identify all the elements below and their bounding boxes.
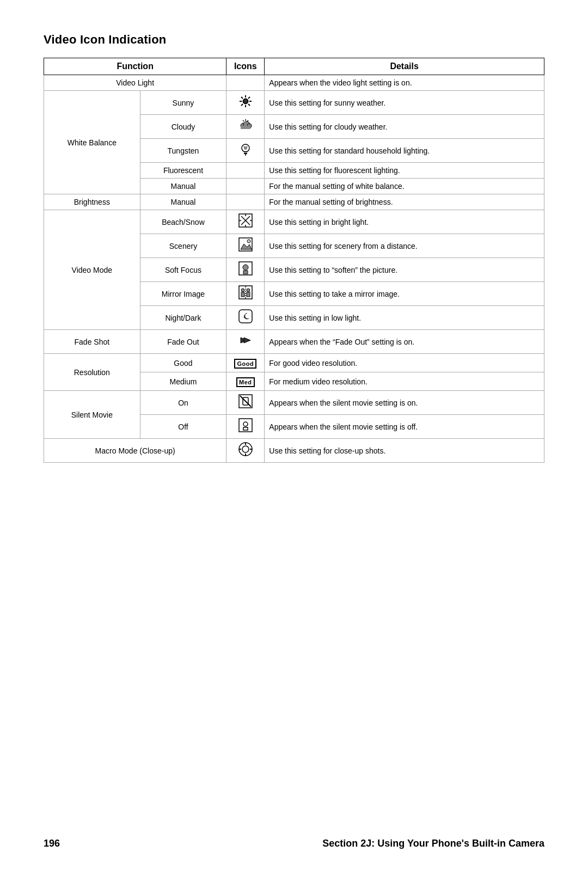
- table-row: Video Mode Beach/Snow Use this setting i…: [44, 210, 544, 234]
- table-row: Macro Mode (Close-up) Use this setting f…: [44, 439, 544, 463]
- icon-cell: [226, 115, 265, 139]
- details-cell: Use this setting for standard household …: [265, 139, 544, 163]
- svg-point-31: [247, 240, 250, 243]
- sub-cell: On: [140, 391, 226, 415]
- svg-rect-13: [241, 126, 250, 129]
- icon-cell: [226, 391, 265, 415]
- sub-cell: Beach/Snow: [140, 210, 226, 234]
- icon-cell: [226, 282, 265, 306]
- function-cell: Resolution: [44, 354, 140, 391]
- details-cell: Appears when the silent movie setting is…: [265, 415, 544, 439]
- sub-cell: Tungsten: [140, 139, 226, 163]
- page-title: Video Icon Indication: [44, 33, 544, 47]
- svg-line-15: [243, 120, 244, 121]
- header-icons: Icons: [226, 58, 265, 75]
- function-cell: Silent Movie: [44, 391, 140, 439]
- details-cell: For good video resolution.: [265, 354, 544, 372]
- icon-cell: [226, 163, 265, 179]
- icon-cell: [226, 210, 265, 234]
- svg-line-8: [241, 104, 243, 106]
- sub-cell: Night/Dark: [140, 306, 226, 330]
- icon-cell: [226, 139, 265, 163]
- icon-cell: [226, 258, 265, 282]
- details-cell: Use this setting for cloudy weather.: [265, 115, 544, 139]
- details-cell: Use this setting for scenery from a dist…: [265, 234, 544, 258]
- details-cell: Use this setting to “soften” the picture…: [265, 258, 544, 282]
- function-cell: Fade Shot: [44, 330, 140, 354]
- icon-cell: [226, 415, 265, 439]
- svg-rect-40: [247, 292, 250, 297]
- sub-cell: Fade Out: [140, 330, 226, 354]
- sub-cell: Sunny: [140, 91, 226, 115]
- icon-cell: [226, 330, 265, 354]
- details-cell: Use this setting for sunny weather.: [265, 91, 544, 115]
- details-cell: Use this setting in low light.: [265, 306, 544, 330]
- sub-cell: Good: [140, 354, 226, 372]
- svg-line-7: [248, 97, 250, 99]
- icon-cell: [226, 234, 265, 258]
- details-cell: Use this setting for fluorescent lightin…: [265, 163, 544, 179]
- details-cell: For the manual setting of white balance.: [265, 179, 544, 194]
- svg-marker-43: [244, 338, 250, 343]
- icon-cell: Med: [226, 372, 265, 391]
- footer: 196 Section 2J: Using Your Phone's Built…: [44, 838, 544, 849]
- details-cell: Appears when the “Fade Out” setting is o…: [265, 330, 544, 354]
- svg-point-38: [247, 289, 250, 292]
- table-row: Brightness Manual For the manual setting…: [44, 194, 544, 210]
- icon-indication-table: Function Icons Details Video Light Appea…: [44, 58, 544, 463]
- sub-cell: Scenery: [140, 234, 226, 258]
- sub-cell: Fluorescent: [140, 163, 226, 179]
- table-row: Fade Shot Fade Out Appears when the “Fad…: [44, 330, 544, 354]
- details-cell: For the manual setting of brightness.: [265, 194, 544, 210]
- details-cell: Appears when the video light setting is …: [265, 75, 544, 91]
- icon-cell: Good: [226, 354, 265, 372]
- details-cell: Appears when the silent movie setting is…: [265, 391, 544, 415]
- table-row: Silent Movie On Appears when the silent …: [44, 391, 544, 415]
- svg-rect-18: [244, 151, 247, 152]
- sub-cell: Soft Focus: [140, 258, 226, 282]
- function-cell: Video Mode: [44, 210, 140, 330]
- table-row: Video Light Appears when the video light…: [44, 75, 544, 91]
- icon-cell: [226, 194, 265, 210]
- details-cell: Use this setting for close-up shots.: [265, 439, 544, 463]
- icon-cell: [226, 91, 265, 115]
- function-cell: White Balance: [44, 91, 140, 194]
- sub-cell: Cloudy: [140, 115, 226, 139]
- table-row: White Balance Sunny Use this setting for…: [44, 91, 544, 115]
- svg-rect-19: [244, 153, 247, 154]
- svg-point-37: [241, 289, 244, 292]
- sub-cell: Manual: [140, 194, 226, 210]
- page-number: 196: [44, 838, 60, 849]
- function-cell: Macro Mode (Close-up): [44, 439, 226, 463]
- sub-cell: Medium: [140, 372, 226, 391]
- icon-cell: [226, 306, 265, 330]
- svg-line-16: [247, 120, 248, 121]
- function-cell: Video Light: [44, 75, 226, 91]
- svg-line-6: [248, 104, 250, 106]
- details-cell: Use this setting in bright light.: [265, 210, 544, 234]
- svg-point-33: [243, 265, 248, 270]
- sub-cell: Off: [140, 415, 226, 439]
- header-details: Details: [265, 58, 544, 75]
- header-function: Function: [44, 58, 226, 75]
- sub-cell: Mirror Image: [140, 282, 226, 306]
- sub-cell: Manual: [140, 179, 226, 194]
- svg-line-5: [241, 97, 243, 99]
- icon-cell: [226, 75, 265, 91]
- table-row: Resolution Good Good For good video reso…: [44, 354, 544, 372]
- svg-point-21: [244, 146, 247, 150]
- function-cell: Brightness: [44, 194, 140, 210]
- icon-cell: [226, 439, 265, 463]
- section-title: Section 2J: Using Your Phone's Built-in …: [322, 838, 544, 849]
- details-cell: Use this setting to take a mirror image.: [265, 282, 544, 306]
- icon-cell: [226, 179, 265, 194]
- svg-rect-34: [243, 271, 248, 274]
- svg-rect-41: [239, 310, 252, 323]
- svg-rect-39: [241, 292, 244, 297]
- details-cell: For medium video resolution.: [265, 372, 544, 391]
